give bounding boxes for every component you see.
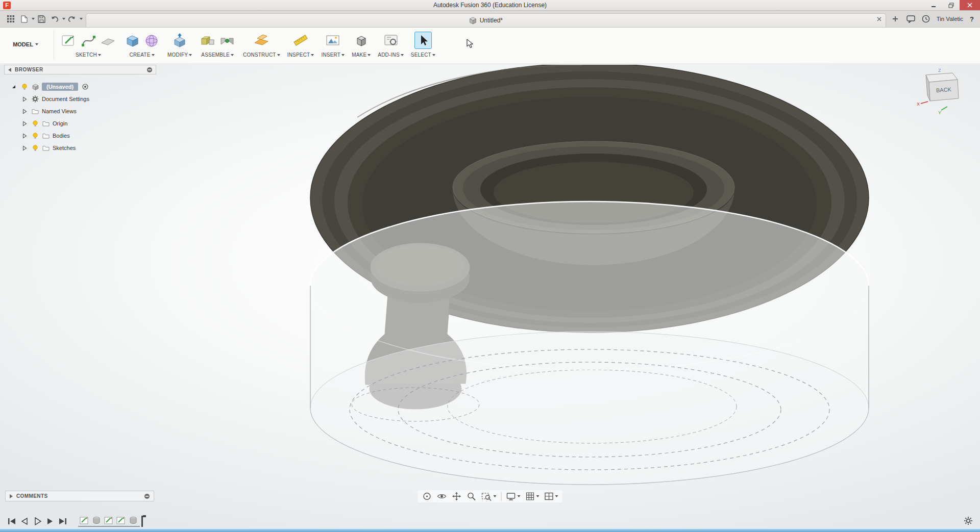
bulb-icon[interactable] bbox=[31, 145, 39, 151]
grid-settings-caret-icon[interactable] bbox=[536, 495, 540, 497]
expander-closed-icon[interactable] bbox=[20, 109, 29, 114]
sketch-caret-icon[interactable] bbox=[98, 54, 101, 56]
app-grid-icon[interactable] bbox=[4, 12, 17, 26]
viewports-caret-icon[interactable] bbox=[555, 495, 558, 497]
file-menu-button[interactable] bbox=[17, 12, 31, 26]
timeline-position-marker[interactable] bbox=[141, 516, 143, 527]
browser-root-row[interactable]: (Unsaved) bbox=[4, 81, 156, 93]
group-label-make[interactable]: MAKE bbox=[352, 52, 366, 58]
addins-scripts-icon[interactable] bbox=[382, 32, 400, 49]
sketch-spline-icon[interactable] bbox=[80, 32, 97, 49]
bulb-icon[interactable] bbox=[20, 84, 29, 90]
timeline-revolve-feature[interactable] bbox=[91, 515, 101, 525]
expander-closed-icon[interactable] bbox=[20, 133, 29, 139]
construct-caret-icon[interactable] bbox=[277, 54, 280, 56]
browser-item-sketches[interactable]: Sketches bbox=[4, 142, 156, 154]
job-status-icon[interactable] bbox=[922, 15, 930, 23]
sketch-plane-icon[interactable] bbox=[99, 32, 116, 49]
new-component-icon[interactable] bbox=[199, 32, 216, 49]
modify-caret-icon[interactable] bbox=[189, 54, 192, 56]
browser-item-bodies[interactable]: Bodies bbox=[4, 130, 156, 142]
assemble-caret-icon[interactable] bbox=[231, 54, 234, 56]
timeline-sketch-feature[interactable] bbox=[79, 515, 89, 525]
create-sketch-icon[interactable] bbox=[60, 32, 78, 49]
close-button[interactable] bbox=[960, 0, 980, 10]
activate-radio-icon[interactable] bbox=[81, 84, 89, 90]
expander-closed-icon[interactable] bbox=[20, 145, 29, 151]
group-label-assemble[interactable]: ASSEMBLE bbox=[201, 52, 230, 58]
browser-item-origin[interactable]: Origin bbox=[4, 117, 156, 130]
make-caret-icon[interactable] bbox=[368, 54, 371, 56]
expander-closed-icon[interactable] bbox=[20, 121, 29, 126]
addins-caret-icon[interactable] bbox=[401, 54, 404, 56]
select-caret-icon[interactable] bbox=[432, 54, 435, 56]
root-document-label[interactable]: (Unsaved) bbox=[42, 83, 78, 91]
bulb-icon[interactable] bbox=[31, 120, 39, 127]
display-settings-icon[interactable] bbox=[506, 491, 521, 501]
user-name[interactable]: Tin Valetic bbox=[937, 16, 963, 22]
inspect-caret-icon[interactable] bbox=[311, 54, 314, 56]
group-label-addins[interactable]: ADD-INS bbox=[378, 52, 400, 58]
insert-caret-icon[interactable] bbox=[341, 54, 345, 56]
joint-icon[interactable] bbox=[218, 32, 236, 49]
bulb-icon[interactable] bbox=[31, 133, 39, 139]
comments-minimize-icon[interactable] bbox=[144, 493, 150, 499]
timeline-sketch-feature[interactable] bbox=[116, 515, 126, 525]
group-label-inspect[interactable]: INSPECT bbox=[287, 52, 310, 58]
timeline-sketch-feature[interactable] bbox=[104, 515, 113, 525]
insert-image-icon[interactable] bbox=[324, 32, 341, 49]
press-pull-icon[interactable] bbox=[171, 32, 188, 49]
new-tab-button[interactable] bbox=[889, 13, 901, 25]
create-box-icon[interactable] bbox=[124, 32, 141, 49]
comments-expand-icon[interactable] bbox=[9, 494, 13, 499]
comments-feed-icon[interactable] bbox=[906, 15, 915, 23]
redo-caret-icon[interactable] bbox=[80, 18, 83, 20]
expander-closed-icon[interactable] bbox=[20, 96, 29, 102]
document-tab[interactable]: Untitled* bbox=[86, 13, 886, 27]
settings-gear-icon[interactable] bbox=[964, 516, 973, 525]
toolbar-group-inspect: INSPECT bbox=[284, 29, 318, 58]
group-label-construct[interactable]: CONSTRUCT bbox=[243, 52, 276, 58]
save-button[interactable] bbox=[35, 12, 48, 26]
go-to-start-icon[interactable] bbox=[5, 515, 18, 527]
select-tool-icon[interactable] bbox=[414, 32, 432, 49]
pan-icon[interactable] bbox=[452, 491, 462, 501]
browser-collapse-icon[interactable] bbox=[8, 67, 12, 72]
expander-open-icon[interactable] bbox=[10, 84, 18, 89]
step-back-icon[interactable] bbox=[18, 515, 31, 527]
create-form-icon[interactable] bbox=[143, 32, 160, 49]
view-cube[interactable]: Z BACK X Y bbox=[916, 67, 972, 123]
go-to-end-icon[interactable] bbox=[56, 515, 69, 527]
timeline-revolve-feature[interactable] bbox=[128, 515, 138, 525]
make-3dprint-icon[interactable] bbox=[353, 32, 370, 49]
help-icon[interactable]: ? bbox=[970, 15, 974, 23]
measure-icon[interactable] bbox=[292, 32, 309, 49]
orbit-icon[interactable] bbox=[422, 491, 432, 501]
zoom-icon[interactable] bbox=[467, 491, 477, 501]
grid-settings-icon[interactable] bbox=[525, 491, 540, 501]
browser-minimize-icon[interactable] bbox=[146, 67, 153, 73]
maximize-button[interactable] bbox=[942, 0, 960, 10]
fit-caret-icon[interactable] bbox=[494, 495, 497, 497]
create-caret-icon[interactable] bbox=[152, 54, 155, 56]
display-settings-caret-icon[interactable] bbox=[518, 495, 521, 497]
look-at-icon[interactable] bbox=[437, 491, 447, 501]
browser-item-document-settings[interactable]: Document Settings bbox=[4, 93, 156, 105]
model-viewport[interactable]: BROWSER (Unsaved) Document Settings bbox=[0, 65, 980, 532]
group-label-select[interactable]: SELECT bbox=[411, 52, 431, 58]
workspace-switcher[interactable]: MODEL bbox=[0, 41, 51, 47]
construct-plane-icon[interactable] bbox=[253, 32, 270, 49]
group-label-modify[interactable]: MODIFY bbox=[167, 52, 188, 58]
play-icon[interactable] bbox=[31, 515, 43, 527]
redo-button[interactable] bbox=[65, 12, 79, 26]
undo-button[interactable] bbox=[48, 12, 61, 26]
document-tab-close-icon[interactable] bbox=[877, 17, 881, 21]
fit-icon[interactable] bbox=[481, 491, 497, 501]
step-forward-icon[interactable] bbox=[43, 515, 56, 527]
viewports-icon[interactable] bbox=[544, 491, 558, 501]
group-label-insert[interactable]: INSERT bbox=[321, 52, 340, 58]
group-label-create[interactable]: CREATE bbox=[129, 52, 150, 58]
minimize-button[interactable] bbox=[925, 0, 942, 10]
browser-item-named-views[interactable]: Named Views bbox=[4, 105, 156, 117]
group-label-sketch[interactable]: SKETCH bbox=[76, 52, 97, 58]
